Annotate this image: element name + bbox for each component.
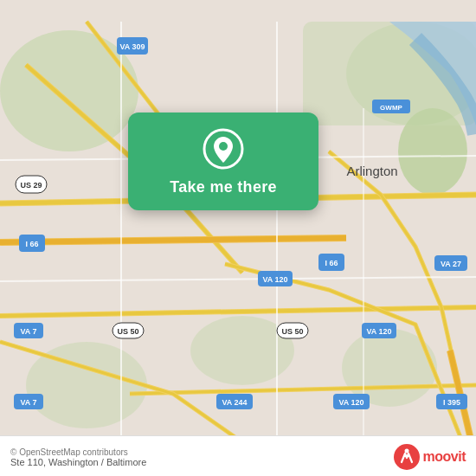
map-attribution: © OpenStreetMap contributors Ste 110, Wa… <box>10 447 146 467</box>
svg-text:VA 27: VA 27 <box>441 260 461 268</box>
location-label: Ste 110, Washington / Baltimore <box>10 457 146 467</box>
svg-text:VA 120: VA 120 <box>262 275 287 284</box>
svg-text:Arlington: Arlington <box>346 164 397 178</box>
map-svg: VA 309 US 29 GWMP I 66 I 66 VA 120 VA 27… <box>0 0 476 476</box>
svg-text:VA 120: VA 120 <box>338 398 363 407</box>
location-pin-icon <box>203 128 244 170</box>
svg-text:VA 244: VA 244 <box>222 398 247 407</box>
moovit-branding: moovit <box>393 443 466 471</box>
svg-text:VA 309: VA 309 <box>119 42 145 51</box>
svg-text:I 66: I 66 <box>25 240 38 248</box>
svg-text:VA 120: VA 120 <box>366 327 391 336</box>
moovit-text: moovit <box>423 449 466 465</box>
map-container: VA 309 US 29 GWMP I 66 I 66 VA 120 VA 27… <box>0 0 476 476</box>
svg-point-42 <box>219 142 228 151</box>
svg-text:GWMP: GWMP <box>380 104 402 112</box>
svg-text:I 66: I 66 <box>325 259 338 267</box>
svg-text:US 50: US 50 <box>117 327 138 336</box>
bottom-bar: © OpenStreetMap contributors Ste 110, Wa… <box>0 435 476 476</box>
svg-text:VA 7: VA 7 <box>20 398 36 407</box>
moovit-icon <box>393 443 421 471</box>
take-me-there-button[interactable]: Take me there <box>170 178 277 196</box>
copyright-text: © OpenStreetMap contributors <box>10 447 146 457</box>
svg-text:VA 7: VA 7 <box>20 327 36 336</box>
svg-text:US 29: US 29 <box>20 181 42 190</box>
svg-text:US 50: US 50 <box>281 327 303 336</box>
popup-card: Take me there <box>128 113 318 210</box>
svg-text:I 395: I 395 <box>443 398 460 407</box>
svg-point-44 <box>404 449 408 453</box>
moovit-logo: moovit <box>393 443 466 471</box>
